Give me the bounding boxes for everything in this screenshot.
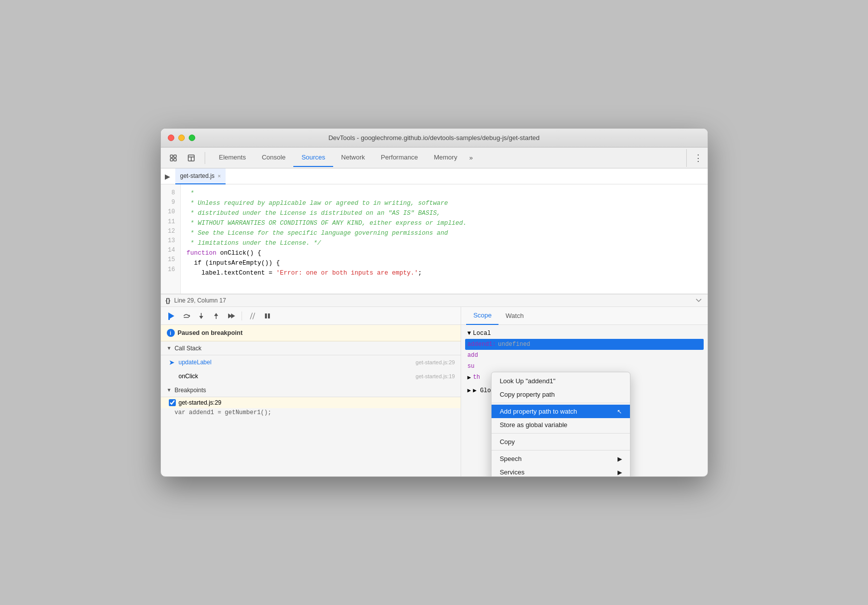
active-frame-icon: ➤ [169,358,175,366]
step-over-button[interactable] [181,310,192,321]
tab-scope[interactable]: Scope [466,307,498,325]
code-line-16: label.textContent = 'Error: one or both … [187,268,702,278]
vertical-divider [686,149,687,167]
cursor-pointer: ↖ [617,408,622,415]
svg-rect-3 [174,158,176,161]
right-panel: Scope Watch ▼ Local addend1: undefined a… [461,307,707,476]
call-stack-item-updateLabel[interactable]: ➤ updateLabel get-started.js:29 [161,355,461,369]
debug-toolbar: ⧸⧸ [161,307,461,325]
svg-rect-2 [170,158,173,161]
minimize-button[interactable] [178,135,185,141]
line-numbers: 8 9 10 11 12 13 14 15 16 [161,184,181,294]
call-stack-header[interactable]: ▼ Call Stack [161,341,461,355]
svg-rect-0 [170,155,173,157]
code-line-15: if (inputsAreEmpty()) { [187,258,702,268]
bottom-panel: ⧸⧸ i Paused on breakpoint ▼ Call Stack [161,307,708,476]
breakpoint-item[interactable]: get-started.js:29 [161,397,461,408]
call-stack-item-onClick[interactable]: onClick get-started.js:19 [161,369,461,383]
scope-item-add[interactable]: add [465,350,703,361]
services-arrow-icon: ▶ [618,469,622,476]
breakpoints-triangle-icon: ▼ [167,387,172,393]
svg-marker-12 [199,316,203,319]
status-bar: {} Line 29, Column 17 [161,294,708,307]
file-tab-name: get-started.js [180,172,215,179]
ctx-store-global[interactable]: Store as global variable [492,418,630,432]
local-triangle-icon: ▼ [467,330,471,337]
info-icon: i [167,329,175,337]
title-bar: DevTools - googlechrome.github.io/devtoo… [161,129,708,148]
maximize-button[interactable] [189,135,195,141]
breakpoint-code: var addend1 = getNumber1(); [161,408,461,419]
code-line-11: * WITHOUT WARRANTIES OR CONDITIONS OF AN… [187,218,702,228]
call-stack-label: Call Stack [174,345,201,352]
tab-network[interactable]: Network [333,149,373,167]
code-line-14: function onClick() { [187,248,702,258]
scope-item-su[interactable]: su [465,361,703,372]
tab-memory[interactable]: Memory [426,149,465,167]
cursor-icon[interactable] [166,151,181,165]
ctx-copy[interactable]: Copy [492,435,630,449]
step-into-button[interactable] [196,310,207,321]
pause-button[interactable] [262,310,273,321]
scope-item-addend1[interactable]: addend1: undefined [465,339,703,350]
scope-key-th: th [473,374,480,381]
ctx-lookup[interactable]: Look Up "addend1" [492,374,630,388]
deactivate-button[interactable]: ⧸⧸ [247,310,258,321]
svg-marker-7 [168,312,174,319]
call-stack-onClick: onClick [179,373,198,380]
scope-value-addend1: undefined [498,341,530,348]
ctx-services[interactable]: Services ▶ [492,465,630,477]
svg-rect-8 [168,318,170,320]
scope-local-header[interactable]: ▼ Local [465,328,703,339]
context-menu: Look Up "addend1" Copy property path Add… [491,372,630,477]
code-line-9: * Unless required by applicable law or a… [187,198,702,208]
step-button[interactable] [226,310,237,321]
file-tab-close-button[interactable]: × [218,173,221,179]
ctx-copy-property-path[interactable]: Copy property path [492,388,630,401]
left-panel: ⧸⧸ i Paused on breakpoint ▼ Call Stack [161,307,462,476]
window-title: DevTools - googlechrome.github.io/devtoo… [328,134,539,142]
breakpoint-file-name: get-started.js:29 [179,399,222,406]
call-stack-triangle-icon: ▼ [167,345,172,351]
tab-sources[interactable]: Sources [293,149,333,167]
ctx-add-to-watch[interactable]: Add property path to watch ↖ [492,405,630,418]
speech-arrow-icon: ▶ [618,455,622,462]
sources-panel-icon: ▶ [165,172,170,180]
tab-bar: Elements Console Sources Network Perform… [211,149,679,167]
tab-more[interactable]: » [465,149,477,167]
breakpoints-header[interactable]: ▼ Breakpoints [161,383,461,397]
more-options-icon[interactable]: ⋮ [694,152,703,163]
ctx-divider-3 [492,450,630,451]
svg-rect-17 [265,313,267,318]
resume-button[interactable] [166,310,177,321]
status-right-icon [695,296,703,305]
code-line-12: * See the License for the specific langu… [187,228,702,238]
tab-performance[interactable]: Performance [373,149,426,167]
code-editor[interactable]: 8 9 10 11 12 13 14 15 16 * * Unless requ… [161,184,708,294]
ctx-speech[interactable]: Speech ▶ [492,452,630,465]
devtools-window: DevTools - googlechrome.github.io/devtoo… [160,128,708,477]
close-button[interactable] [168,135,174,141]
tab-console[interactable]: Console [254,149,294,167]
scope-th-arrow: ▶ [467,374,471,381]
main-toolbar: Elements Console Sources Network Perform… [161,148,708,168]
code-line-13: * limitations under the License. */ [187,238,702,248]
tab-elements[interactable]: Elements [211,149,254,167]
svg-marker-16 [231,313,235,318]
format-icon[interactable]: {} [166,297,170,304]
traffic-lights [168,135,195,141]
cursor-position: Line 29, Column 17 [174,297,226,304]
breakpoint-text: Paused on breakpoint [178,329,243,336]
code-line-8: * [187,188,702,198]
svg-rect-1 [174,155,176,157]
layout-icon[interactable] [184,151,199,165]
code-line-10: * distributed under the License is distr… [187,208,702,218]
step-out-button[interactable] [211,310,222,321]
code-content: * * Unless required by applicable law or… [181,184,708,294]
global-triangle-icon: ▶ [467,387,471,394]
ctx-divider-2 [492,433,630,434]
breakpoint-checkbox[interactable] [169,399,176,406]
file-tab[interactable]: get-started.js × [175,168,226,184]
tab-watch[interactable]: Watch [498,307,530,325]
breakpoint-info: i Paused on breakpoint [161,325,461,341]
